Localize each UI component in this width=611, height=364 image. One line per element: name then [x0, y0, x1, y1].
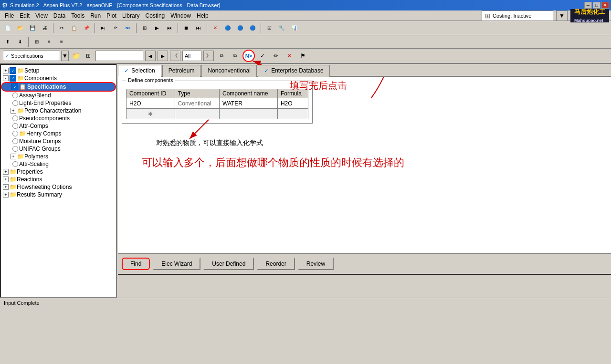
menu-help[interactable]: Help — [194, 11, 211, 20]
tb-copy2[interactable]: ⧉ — [216, 50, 227, 62]
tree-item-henrycomps[interactable]: 📁 Henry Comps — [1, 130, 116, 137]
review-button[interactable]: Review — [298, 258, 334, 270]
tree-item-reactions[interactable]: + 📁 Reactions — [1, 176, 116, 183]
print-btn[interactable]: 🖨 — [39, 22, 51, 34]
menu-costing[interactable]: Costing — [143, 11, 168, 20]
new-btn[interactable]: 📄 — [2, 22, 13, 34]
expand-polymers[interactable]: + — [11, 154, 16, 159]
menu-tools[interactable]: Tools — [68, 11, 87, 20]
tree-item-polymers[interactable]: + 📁 Polymers — [1, 153, 116, 160]
cell-name[interactable]: WATER — [220, 98, 278, 109]
tb2-btn4[interactable]: ≡ — [43, 36, 55, 48]
tb-paste2[interactable]: ⧉ — [229, 50, 241, 62]
tree-item-petrochar[interactable]: + 📁 Petro Characterization — [1, 107, 116, 114]
tree-item-pseudocomponents[interactable]: Pseudocomponents — [1, 114, 116, 122]
next-required-button[interactable]: N> — [242, 50, 255, 62]
expand-setup[interactable]: + — [3, 68, 9, 73]
tb2-btn1[interactable]: ⬆ — [2, 36, 13, 48]
tb-btn13[interactable]: ☑ — [263, 22, 275, 34]
tree-item-components[interactable]: - ✓ 📁 Components — [1, 74, 116, 82]
cell-id[interactable]: H2O — [126, 98, 175, 109]
menu-edit[interactable]: Edit — [17, 11, 32, 20]
nav-folder-btn[interactable]: 📁 — [71, 51, 81, 61]
tb-btn10[interactable]: 🔵 — [222, 22, 233, 34]
tb-btn8[interactable]: ⏭ — [193, 22, 204, 34]
tb-btn2[interactable]: ⟳ — [110, 22, 121, 34]
tb-btn9[interactable]: ✕ — [210, 22, 221, 34]
nav-grid-btn[interactable]: ⊞ — [83, 51, 94, 61]
cell-name-empty[interactable] — [220, 109, 278, 119]
menu-plot[interactable]: Plot — [104, 11, 119, 20]
tb-btn7[interactable]: ⏹ — [180, 22, 192, 34]
expand-components[interactable]: - — [3, 75, 9, 81]
expand-reactions[interactable]: + — [3, 177, 9, 182]
menu-view[interactable]: View — [32, 11, 51, 20]
tb-btn11[interactable]: 🔵 — [234, 22, 246, 34]
nav-toolbar: ✓ Specifications ▼ 📁 ⊞ ◀ ▶ 《 All 》 ⧉ ⧉ N… — [0, 49, 611, 64]
menu-run[interactable]: Run — [87, 11, 104, 20]
reorder-button[interactable]: Reorder — [257, 258, 295, 270]
tree-item-properties[interactable]: + 📁 Properties — [1, 168, 116, 176]
tb-btn14[interactable]: 🔧 — [276, 22, 287, 34]
menu-window[interactable]: Window — [168, 11, 194, 20]
tab-selection[interactable]: ✓ Selection — [118, 65, 161, 77]
tree-item-unifacgroups[interactable]: UNIFAC Groups — [1, 145, 116, 153]
nav-filter[interactable]: All — [182, 51, 201, 61]
tb-btn3[interactable]: N> — [122, 22, 134, 34]
tb-btn6[interactable]: ⏮ — [164, 22, 175, 34]
tab-petroleum[interactable]: Petroleum — [162, 65, 201, 77]
tb-btn1[interactable]: ▶| — [97, 22, 109, 34]
cell-formula-empty[interactable] — [277, 109, 308, 119]
tab-nonconventional[interactable]: Nonconventional — [201, 65, 256, 77]
expand-properties[interactable]: + — [3, 169, 9, 175]
tree-item-setup[interactable]: + ✓ 📁 Setup — [1, 67, 116, 74]
find-button[interactable]: Find — [122, 258, 150, 270]
tb-btn4[interactable]: ⊞ — [139, 22, 150, 34]
tb2-btn5[interactable]: ≡ — [56, 36, 67, 48]
menu-library[interactable]: Library — [119, 11, 143, 20]
nav-forward[interactable]: ▶ — [158, 51, 168, 61]
tb-btn15[interactable]: 📊 — [288, 22, 300, 34]
new-row[interactable]: ✱ — [126, 109, 308, 119]
tb-pencil[interactable]: ✏ — [270, 50, 282, 62]
tab-enterprise[interactable]: ✓ Enterprise Database — [258, 65, 330, 77]
tb-btn12[interactable]: 🔵 — [247, 22, 258, 34]
cell-formula[interactable]: H2O — [277, 98, 308, 109]
tab-nonconventional-label: Nonconventional — [208, 67, 250, 74]
expand-flowsheeting[interactable]: + — [3, 184, 9, 190]
paste-btn[interactable]: 📌 — [81, 22, 92, 34]
tree-item-assayblend[interactable]: Assay/Blend — [1, 92, 116, 99]
tb-flag[interactable]: ⚑ — [297, 50, 308, 62]
elec-wizard-button[interactable]: Elec Wizard — [153, 258, 200, 270]
menu-file[interactable]: File — [2, 11, 17, 20]
copy-btn[interactable]: 📋 — [68, 22, 80, 34]
tb-check[interactable]: ✓ — [257, 50, 268, 62]
tb-x[interactable]: ✕ — [284, 50, 295, 62]
table-row[interactable]: H2O Conventional WATER H2O — [126, 98, 308, 109]
tb-btn5[interactable]: ▶ — [151, 22, 163, 34]
costing-dropdown[interactable]: ▼ — [556, 10, 568, 21]
save-btn[interactable]: 💾 — [27, 22, 38, 34]
nav-next[interactable]: 》 — [203, 51, 214, 61]
tree-item-resultssummary[interactable]: + 📁 Results Summary — [1, 191, 116, 198]
user-defined-button[interactable]: User Defined — [203, 258, 254, 270]
tree-item-lightend[interactable]: Light-End Properties — [1, 99, 116, 107]
tree-item-specifications[interactable]: ✓ 📋 Specifications — [1, 82, 116, 92]
expand-petrochar[interactable]: + — [11, 108, 16, 114]
nav-prev[interactable]: 《 — [170, 51, 180, 61]
tree-item-moisturecomps[interactable]: Moisture Comps — [1, 137, 116, 145]
open-btn[interactable]: 📂 — [14, 22, 26, 34]
nav-dropdown-arrow[interactable]: ▼ — [61, 51, 69, 61]
nav-path-input[interactable] — [95, 51, 143, 61]
menu-data[interactable]: Data — [51, 11, 68, 20]
cell-type-empty[interactable] — [175, 109, 219, 119]
cut-btn[interactable]: ✂ — [56, 22, 67, 34]
tb2-btn2[interactable]: ⬇ — [14, 36, 26, 48]
tree-item-attrcomps[interactable]: Attr-Comps — [1, 122, 116, 130]
nav-back[interactable]: ◀ — [145, 51, 156, 61]
tb2-btn3[interactable]: ⊞ — [31, 36, 42, 48]
tree-item-flowsheeting[interactable]: + 📁 Flowsheeting Options — [1, 183, 116, 191]
expand-resultssummary[interactable]: + — [3, 192, 9, 198]
tree-item-attrscaling[interactable]: Attr-Scaling — [1, 160, 116, 168]
nav-dropdown[interactable]: ✓ Specifications — [3, 51, 60, 61]
